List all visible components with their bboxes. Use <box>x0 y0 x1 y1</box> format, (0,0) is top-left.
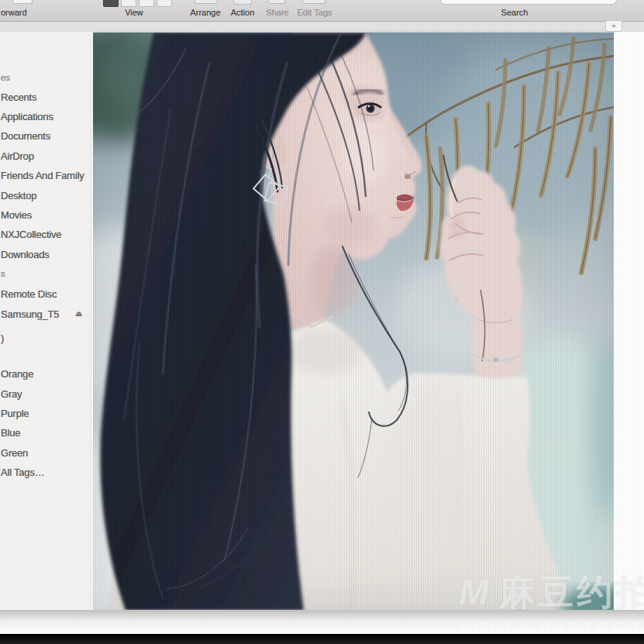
action-gear-button[interactable] <box>233 0 252 5</box>
list-view-segment[interactable] <box>121 0 136 7</box>
back-forward-label[interactable]: orward <box>1 8 27 17</box>
sidebar-tag-orange[interactable]: Orange <box>1 368 33 380</box>
column-view-segment[interactable] <box>139 0 154 7</box>
sidebar-tag-green[interactable]: Green <box>1 447 28 459</box>
portrait-photo-illustration <box>93 33 614 610</box>
sidebar-item-samsung-t5[interactable]: Samsung_T5 <box>1 308 59 320</box>
toolbar-overflow-plus-button[interactable]: + <box>605 20 622 32</box>
eject-icon[interactable]: ⏏ <box>75 309 82 318</box>
search-label: Search <box>501 8 529 17</box>
share-button[interactable] <box>268 0 285 4</box>
sidebar-item-friends-and-family[interactable]: Friends And Family <box>1 170 84 181</box>
sidebar-tag-blue[interactable]: Blue <box>1 427 20 439</box>
coverflow-view-segment[interactable] <box>157 0 172 7</box>
window-content-gap <box>0 22 644 32</box>
photographed-screen: orward View Arrange Action Share Edit Ta… <box>0 0 644 644</box>
sidebar-item-recents[interactable]: Recents <box>1 91 36 103</box>
sidebar-tag-gray[interactable]: Gray <box>1 388 22 400</box>
sidebar-item-applications[interactable]: Applications <box>1 111 53 122</box>
sidebar-item-documents[interactable]: Documents <box>1 130 50 142</box>
share-label: Share <box>266 8 288 17</box>
bottom-bezel-gradient <box>0 610 644 634</box>
sidebar-item-downloads[interactable]: Downloads <box>1 249 50 260</box>
action-label[interactable]: Action <box>231 8 255 17</box>
photo-preview <box>91 32 614 610</box>
favorites-section-header: es <box>1 73 10 82</box>
finder-sidebar: es Recents Applications Documents AirDro… <box>0 32 90 610</box>
sidebar-tag-purple[interactable]: Purple <box>1 408 29 419</box>
search-input[interactable] <box>440 0 617 5</box>
edit-tags-label: Edit Tags <box>297 8 332 17</box>
devices-section-header: s <box>1 269 5 278</box>
sidebar-item-remote-disc[interactable]: Remote Disc <box>1 288 57 300</box>
back-forward-button[interactable] <box>12 0 33 4</box>
icon-view-segment[interactable] <box>103 0 119 7</box>
sidebar-item-desktop[interactable]: Desktop <box>1 190 36 201</box>
edit-tags-button[interactable] <box>302 0 325 4</box>
sidebar-item-airdrop[interactable]: AirDrop <box>1 150 34 162</box>
sidebar-item-nxjcollective[interactable]: NXJCollective <box>1 229 61 240</box>
arrange-button[interactable] <box>195 0 218 4</box>
monitor-bezel-bar <box>0 634 644 644</box>
scrollbar-strip <box>614 32 644 610</box>
sidebar-item-truncated: ) <box>1 332 4 344</box>
view-label: View <box>125 8 143 17</box>
sidebar-all-tags[interactable]: All Tags… <box>1 467 44 478</box>
sidebar-item-movies[interactable]: Movies <box>1 209 32 221</box>
arrange-label[interactable]: Arrange <box>190 8 220 17</box>
finder-toolbar: orward View Arrange Action Share Edit Ta… <box>0 0 644 22</box>
